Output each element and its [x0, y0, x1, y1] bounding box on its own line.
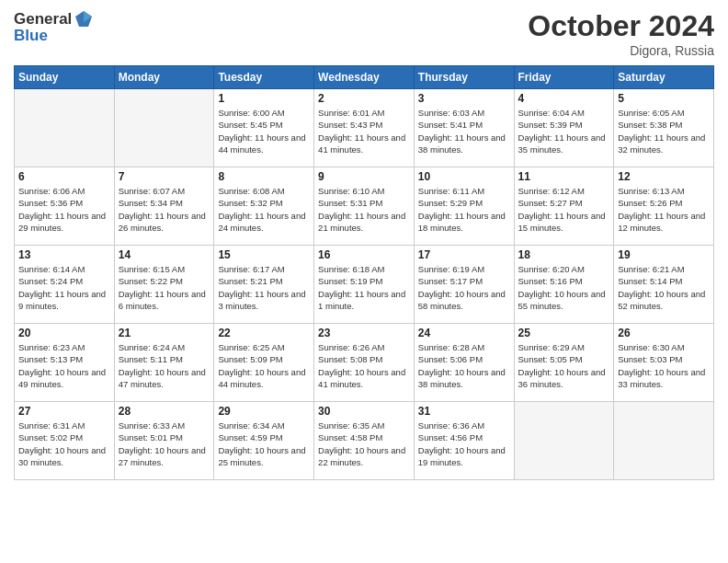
- calendar-cell: [614, 402, 714, 480]
- header-row: SundayMondayTuesdayWednesdayThursdayFrid…: [15, 66, 714, 89]
- calendar-cell: 4Sunrise: 6:04 AM Sunset: 5:39 PM Daylig…: [514, 89, 614, 167]
- day-number: 9: [318, 170, 410, 183]
- day-info: Sunrise: 6:13 AM Sunset: 5:26 PM Dayligh…: [618, 185, 710, 234]
- day-number: 13: [18, 248, 110, 261]
- day-info: Sunrise: 6:24 AM Sunset: 5:11 PM Dayligh…: [119, 341, 210, 390]
- calendar-cell: 26Sunrise: 6:30 AM Sunset: 5:03 PM Dayli…: [614, 324, 714, 402]
- day-number: 27: [18, 405, 110, 418]
- day-header-tuesday: Tuesday: [214, 66, 314, 89]
- calendar-cell: 29Sunrise: 6:34 AM Sunset: 4:59 PM Dayli…: [214, 402, 314, 480]
- title-block: October 2024 Digora, Russia: [528, 9, 714, 58]
- day-number: 28: [119, 405, 210, 418]
- calendar-cell: 19Sunrise: 6:21 AM Sunset: 5:14 PM Dayli…: [614, 246, 714, 324]
- day-number: 3: [418, 92, 510, 105]
- calendar-cell: 14Sunrise: 6:15 AM Sunset: 5:22 PM Dayli…: [114, 246, 214, 324]
- calendar-cell: 2Sunrise: 6:01 AM Sunset: 5:43 PM Daylig…: [314, 89, 415, 167]
- day-number: 30: [318, 405, 410, 418]
- day-info: Sunrise: 6:20 AM Sunset: 5:16 PM Dayligh…: [518, 263, 610, 312]
- logo-icon: [74, 9, 94, 29]
- header: General Blue October 2024 Digora, Russia: [14, 9, 714, 58]
- day-info: Sunrise: 6:36 AM Sunset: 4:56 PM Dayligh…: [418, 419, 510, 468]
- day-info: Sunrise: 6:10 AM Sunset: 5:31 PM Dayligh…: [318, 185, 410, 234]
- day-info: Sunrise: 6:12 AM Sunset: 5:27 PM Dayligh…: [518, 185, 610, 234]
- calendar-cell: 6Sunrise: 6:06 AM Sunset: 5:36 PM Daylig…: [15, 167, 115, 246]
- day-number: 1: [218, 92, 310, 105]
- calendar-cell: 13Sunrise: 6:14 AM Sunset: 5:24 PM Dayli…: [15, 246, 115, 324]
- week-row-3: 13Sunrise: 6:14 AM Sunset: 5:24 PM Dayli…: [15, 246, 714, 324]
- calendar-cell: 7Sunrise: 6:07 AM Sunset: 5:34 PM Daylig…: [114, 167, 214, 246]
- day-number: 21: [119, 327, 210, 339]
- calendar-cell: 24Sunrise: 6:28 AM Sunset: 5:06 PM Dayli…: [414, 324, 514, 402]
- day-info: Sunrise: 6:21 AM Sunset: 5:14 PM Dayligh…: [618, 263, 710, 312]
- calendar-cell: 20Sunrise: 6:23 AM Sunset: 5:13 PM Dayli…: [15, 324, 115, 402]
- calendar-cell: 16Sunrise: 6:18 AM Sunset: 5:19 PM Dayli…: [314, 246, 415, 324]
- day-info: Sunrise: 6:15 AM Sunset: 5:22 PM Dayligh…: [119, 263, 210, 312]
- day-header-wednesday: Wednesday: [314, 66, 415, 89]
- day-number: 17: [418, 248, 510, 261]
- day-number: 29: [218, 405, 310, 418]
- day-info: Sunrise: 6:23 AM Sunset: 5:13 PM Dayligh…: [18, 341, 110, 390]
- day-number: 31: [418, 405, 510, 418]
- calendar-cell: [114, 89, 214, 167]
- day-info: Sunrise: 6:35 AM Sunset: 4:58 PM Dayligh…: [318, 419, 410, 468]
- calendar-cell: 23Sunrise: 6:26 AM Sunset: 5:08 PM Dayli…: [314, 324, 415, 402]
- calendar-cell: 30Sunrise: 6:35 AM Sunset: 4:58 PM Dayli…: [314, 402, 415, 480]
- day-number: 15: [218, 248, 310, 261]
- week-row-1: 1Sunrise: 6:00 AM Sunset: 5:45 PM Daylig…: [15, 89, 714, 167]
- day-number: 11: [518, 170, 610, 183]
- logo-general: General: [14, 11, 72, 29]
- calendar-cell: 31Sunrise: 6:36 AM Sunset: 4:56 PM Dayli…: [414, 402, 514, 480]
- day-number: 23: [318, 327, 410, 339]
- day-info: Sunrise: 6:05 AM Sunset: 5:38 PM Dayligh…: [618, 107, 710, 155]
- day-number: 14: [119, 248, 210, 261]
- calendar-cell: 27Sunrise: 6:31 AM Sunset: 5:02 PM Dayli…: [15, 402, 115, 480]
- day-header-saturday: Saturday: [614, 66, 714, 89]
- calendar-cell: 3Sunrise: 6:03 AM Sunset: 5:41 PM Daylig…: [414, 89, 514, 167]
- calendar-table: SundayMondayTuesdayWednesdayThursdayFrid…: [14, 65, 714, 480]
- calendar-cell: 8Sunrise: 6:08 AM Sunset: 5:32 PM Daylig…: [214, 167, 314, 246]
- day-number: 7: [119, 170, 210, 183]
- day-info: Sunrise: 6:17 AM Sunset: 5:21 PM Dayligh…: [218, 263, 310, 312]
- calendar-cell: 22Sunrise: 6:25 AM Sunset: 5:09 PM Dayli…: [214, 324, 314, 402]
- day-number: 5: [618, 92, 710, 105]
- calendar-cell: 9Sunrise: 6:10 AM Sunset: 5:31 PM Daylig…: [314, 167, 415, 246]
- day-info: Sunrise: 6:01 AM Sunset: 5:43 PM Dayligh…: [318, 107, 410, 155]
- day-info: Sunrise: 6:34 AM Sunset: 4:59 PM Dayligh…: [218, 419, 310, 468]
- day-number: 20: [18, 327, 110, 339]
- day-info: Sunrise: 6:00 AM Sunset: 5:45 PM Dayligh…: [218, 107, 310, 155]
- calendar-cell: 12Sunrise: 6:13 AM Sunset: 5:26 PM Dayli…: [614, 167, 714, 246]
- calendar-cell: 10Sunrise: 6:11 AM Sunset: 5:29 PM Dayli…: [414, 167, 514, 246]
- day-number: 10: [418, 170, 510, 183]
- day-info: Sunrise: 6:26 AM Sunset: 5:08 PM Dayligh…: [318, 341, 410, 390]
- calendar-cell: 21Sunrise: 6:24 AM Sunset: 5:11 PM Dayli…: [114, 324, 214, 402]
- day-info: Sunrise: 6:06 AM Sunset: 5:36 PM Dayligh…: [18, 185, 110, 234]
- day-number: 16: [318, 248, 410, 261]
- day-number: 8: [218, 170, 310, 183]
- day-info: Sunrise: 6:18 AM Sunset: 5:19 PM Dayligh…: [318, 263, 410, 312]
- week-row-2: 6Sunrise: 6:06 AM Sunset: 5:36 PM Daylig…: [15, 167, 714, 246]
- day-info: Sunrise: 6:29 AM Sunset: 5:05 PM Dayligh…: [518, 341, 610, 390]
- calendar-cell: 28Sunrise: 6:33 AM Sunset: 5:01 PM Dayli…: [114, 402, 214, 480]
- day-number: 22: [218, 327, 310, 339]
- day-info: Sunrise: 6:11 AM Sunset: 5:29 PM Dayligh…: [418, 185, 510, 234]
- day-header-monday: Monday: [114, 66, 214, 89]
- day-info: Sunrise: 6:14 AM Sunset: 5:24 PM Dayligh…: [18, 263, 110, 312]
- day-info: Sunrise: 6:30 AM Sunset: 5:03 PM Dayligh…: [618, 341, 710, 390]
- day-number: 12: [618, 170, 710, 183]
- calendar-cell: 1Sunrise: 6:00 AM Sunset: 5:45 PM Daylig…: [214, 89, 314, 167]
- day-info: Sunrise: 6:19 AM Sunset: 5:17 PM Dayligh…: [418, 263, 510, 312]
- day-number: 19: [618, 248, 710, 261]
- calendar-cell: 25Sunrise: 6:29 AM Sunset: 5:05 PM Dayli…: [514, 324, 614, 402]
- week-row-4: 20Sunrise: 6:23 AM Sunset: 5:13 PM Dayli…: [15, 324, 714, 402]
- calendar-cell: 11Sunrise: 6:12 AM Sunset: 5:27 PM Dayli…: [514, 167, 614, 246]
- calendar-cell: 17Sunrise: 6:19 AM Sunset: 5:17 PM Dayli…: [414, 246, 514, 324]
- location: Digora, Russia: [528, 43, 714, 58]
- calendar-cell: 15Sunrise: 6:17 AM Sunset: 5:21 PM Dayli…: [214, 246, 314, 324]
- logo: General Blue: [14, 9, 94, 45]
- day-info: Sunrise: 6:08 AM Sunset: 5:32 PM Dayligh…: [218, 185, 310, 234]
- day-info: Sunrise: 6:28 AM Sunset: 5:06 PM Dayligh…: [418, 341, 510, 390]
- day-info: Sunrise: 6:04 AM Sunset: 5:39 PM Dayligh…: [518, 107, 610, 155]
- logo-blue: Blue: [14, 28, 94, 45]
- calendar-cell: 18Sunrise: 6:20 AM Sunset: 5:16 PM Dayli…: [514, 246, 614, 324]
- day-number: 26: [618, 327, 710, 339]
